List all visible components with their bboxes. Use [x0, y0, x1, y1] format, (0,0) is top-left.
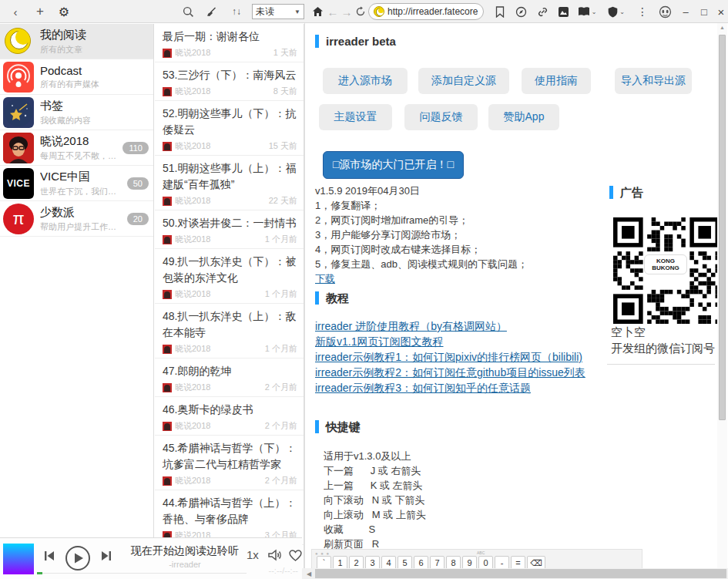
key: 8 — [446, 556, 461, 568]
settings-gear-icon[interactable]: ⚙ — [56, 0, 72, 23]
article-title: 53.三沙行（下）：南海风云 — [163, 67, 297, 83]
article-time: 1 个月前 — [265, 288, 297, 300]
article-row[interactable]: 46.奥斯卡的绿皮书 晓说20182 个月前 — [155, 397, 304, 436]
changelog-item: 3，用户能够分享订阅源给市场； — [315, 227, 528, 242]
article-source: 晓说2018 — [175, 47, 273, 59]
progress-track[interactable] — [42, 573, 247, 574]
wechat-qr-code: KONGBUKONG — [613, 217, 717, 324]
horizontal-scrollbar-thumb[interactable] — [315, 569, 726, 578]
key: 4 — [381, 556, 396, 568]
bookmark-icon[interactable] — [493, 0, 507, 23]
play-button[interactable] — [65, 545, 91, 574]
sort-icon[interactable]: ↑↓ — [230, 0, 243, 23]
source-avatar — [163, 476, 172, 486]
horizontal-scrollbar[interactable]: ◀ — [302, 568, 728, 579]
article-title: 最后一期：谢谢各位 — [163, 29, 297, 45]
more-menu-icon[interactable]: ⋮ — [636, 0, 649, 23]
ghost-avatar-icon[interactable] — [656, 0, 673, 23]
nav-back-icon[interactable]: ← — [327, 0, 339, 23]
article-source: 晓说2018 — [175, 140, 269, 152]
accent-bar — [609, 186, 613, 199]
article-source: 晓说2018 — [175, 420, 265, 432]
next-track-icon[interactable] — [99, 549, 113, 566]
sidebar-item-vice-china[interactable]: VICE VICE中国 世界在下沉，我们在狂欢 50 — [0, 166, 153, 201]
feed-sidebar: 我的阅读 所有的文章 Podcast 所有的有声媒体 书签 我收藏的内容 晓说2… — [0, 24, 154, 537]
scroll-left-arrow[interactable]: ◀ — [304, 568, 314, 579]
sidebar-item-my-reading[interactable]: 我的阅读 所有的文章 — [0, 24, 153, 59]
article-time: 2 个月前 — [265, 420, 297, 432]
article-row[interactable]: 45.希腊神话与哲学（下）：坑爹富二代与杠精哲学家 晓说20182 个月前 — [155, 436, 304, 490]
shortcut-line: 上一篇 K 或 左箭头 — [324, 478, 426, 493]
article-row[interactable]: 最后一期：谢谢各位 晓说20181 天前 — [155, 24, 304, 62]
tutorial-link[interactable]: 新版v1.1网页订阅图文教程 — [315, 335, 443, 348]
article-time: 2 个月前 — [265, 382, 297, 393]
article-source: 晓说2018 — [175, 382, 265, 393]
add-custom-source-button[interactable]: 添加自定义源 — [418, 68, 509, 94]
donate-app-button[interactable]: 赞助App — [488, 104, 559, 130]
tutorial-link[interactable]: irreader示例教程3：如何订阅知乎的任意话题 — [315, 382, 531, 394]
favorite-heart-icon[interactable] — [288, 548, 303, 565]
user-guide-button[interactable]: 使用指南 — [522, 68, 591, 94]
keyboard-image: ● ● ● ABC ` 1 2 3 4 5 6 7 8 9 0 - = ⌫ — [311, 549, 642, 568]
nav-forward-icon[interactable]: → — [341, 0, 353, 23]
shield-menu-icon[interactable]: ⌄ — [606, 0, 627, 23]
tutorial-link[interactable]: irreader 进阶使用教程（by有格调网站） — [315, 320, 507, 332]
url-bar[interactable]: http://irreader.fatecore — [368, 3, 484, 20]
article-row[interactable]: 52.明朝这些事儿（下）：抗倭疑云 晓说201815 天前 — [155, 101, 304, 156]
source-avatar — [163, 290, 172, 299]
book-menu-icon[interactable]: ⌄ — [576, 0, 598, 23]
key: 5 — [398, 556, 412, 568]
theme-settings-button[interactable]: 主题设置 — [319, 104, 392, 130]
window-maximize-button[interactable]: □ — [698, 0, 710, 23]
clean-broom-icon[interactable] — [204, 0, 218, 23]
sidebar-item-xiaoshuo2018[interactable]: 晓说2018 每周五不见不散，听矮大紧老... 110 — [0, 130, 153, 166]
sidebar-item-bookmarks[interactable]: 书签 我收藏的内容 — [0, 95, 153, 130]
refresh-icon[interactable] — [354, 0, 367, 23]
key: 9 — [462, 556, 477, 568]
import-export-button[interactable]: 导入和导出源 — [615, 68, 692, 94]
accent-bar — [315, 35, 319, 48]
bookmark-star-icon — [3, 97, 34, 128]
previous-track-icon[interactable] — [42, 549, 56, 566]
sidebar-item-podcast[interactable]: Podcast 所有的有声媒体 — [0, 59, 153, 95]
read-filter-select[interactable]: 未读 ▼ — [252, 4, 304, 19]
window-minimize-button[interactable]: – — [679, 0, 692, 23]
url-text: http://irreader.fatecore — [387, 6, 478, 17]
tutorial-link[interactable]: irreader示例教程1：如何订阅pixiv的排行榜网页（bilibili) — [315, 351, 582, 363]
article-row[interactable]: 48.扒一扒东洋史（上）：敌在本能寺 晓说20181 个月前 — [155, 304, 304, 359]
qr-center-label: KONGBUKONG — [644, 254, 687, 274]
home-icon[interactable] — [310, 0, 324, 23]
article-row[interactable]: 47.郎朗的乾坤 晓说20182 个月前 — [155, 359, 304, 397]
feedback-button[interactable]: 问题反馈 — [404, 104, 478, 130]
download-link[interactable]: 下载 — [315, 273, 335, 284]
article-source: 晓说2018 — [175, 288, 265, 300]
shortcut-line: 下一篇 J 或 右箭头 — [324, 463, 426, 478]
collapse-back-icon[interactable]: ‹ — [8, 0, 23, 23]
sidebar-item-sspai[interactable]: π 少数派 帮助用户提升工作效率和生活... 20 — [0, 201, 153, 237]
article-row[interactable]: 49.扒一扒东洋史（下）：被包装的东洋文化 晓说20181 个月前 — [155, 249, 304, 304]
link-icon[interactable] — [535, 0, 549, 23]
article-row[interactable]: 53.三沙行（下）：南海风云 晓说20188 天前 — [155, 62, 304, 101]
add-feed-icon[interactable]: + — [32, 0, 48, 23]
source-market-cta-button[interactable]: □源市场的大门已开启！□ — [323, 151, 464, 179]
compass-icon[interactable] — [514, 0, 528, 23]
enter-source-market-button[interactable]: 进入源市场 — [323, 68, 408, 94]
vertical-scrollbar[interactable]: ▲ — [717, 23, 727, 568]
scroll-up-arrow[interactable]: ▲ — [717, 25, 727, 30]
tutorial-link[interactable]: irreader示例教程2：如何订阅任意github项目的issue列表 — [315, 366, 585, 379]
window-close-button[interactable]: × — [715, 0, 727, 23]
shortcuts-heading: 快捷键 — [315, 420, 361, 435]
article-list: 最后一期：谢谢各位 晓说20181 天前 53.三沙行（下）：南海风云 晓说20… — [155, 24, 304, 579]
progress-indicator[interactable] — [37, 572, 42, 574]
article-row[interactable]: 50.对谈岩井俊二：一封情书 晓说20181 个月前 — [155, 210, 304, 249]
search-icon[interactable] — [181, 0, 195, 23]
vertical-scrollbar-thumb[interactable] — [719, 35, 726, 420]
playback-speed-button[interactable]: 1x — [247, 548, 259, 561]
reader-mode-icon[interactable] — [556, 0, 570, 23]
sidebar-item-subtitle: 所有的有声媒体 — [40, 79, 149, 90]
sidebar-item-subtitle: 世界在下沉，我们在狂欢 — [40, 186, 124, 197]
key: - — [495, 556, 509, 568]
article-time: 1 天前 — [273, 47, 297, 59]
volume-icon[interactable] — [267, 548, 283, 565]
article-row[interactable]: 51.明朝这些事儿（上）：福建版“百年孤独” 晓说201822 天前 — [155, 156, 304, 210]
